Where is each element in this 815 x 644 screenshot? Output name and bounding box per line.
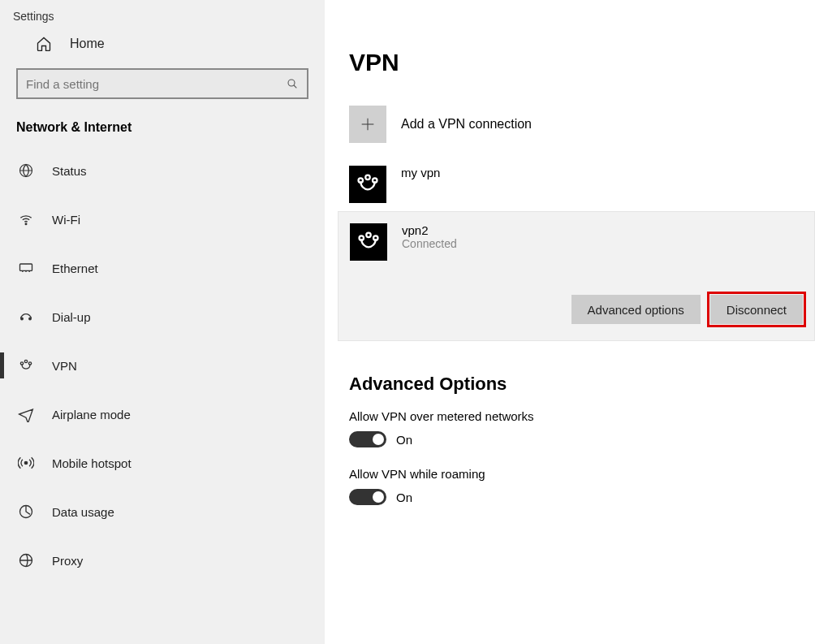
svg-point-20: [366, 233, 371, 238]
svg-point-8: [28, 362, 31, 365]
main-panel: VPN Add a VPN connection my vpn vpn2 Con…: [325, 0, 815, 644]
svg-line-1: [294, 85, 296, 88]
dialup-icon: [18, 309, 34, 325]
vpn-tile-icon: [349, 166, 386, 203]
svg-point-5: [21, 318, 24, 320]
wifi-icon: [18, 211, 34, 227]
toggle-metered[interactable]: [349, 431, 386, 447]
sidebar-item-wifi[interactable]: Wi-Fi: [0, 195, 325, 244]
toggle-state: On: [396, 433, 412, 447]
svg-rect-4: [20, 264, 32, 270]
option-label-metered: Allow VPN over metered networks: [349, 409, 815, 423]
toggle-state: On: [396, 491, 412, 504]
search-input[interactable]: [26, 77, 286, 91]
svg-point-3: [25, 223, 27, 225]
home-icon: [36, 36, 52, 52]
svg-point-19: [373, 236, 378, 240]
sidebar-item-status[interactable]: Status: [0, 146, 325, 195]
svg-point-16: [373, 178, 377, 183]
airplane-icon: [18, 406, 34, 422]
svg-point-18: [360, 236, 364, 240]
sidebar-item-proxy[interactable]: Proxy: [0, 536, 325, 585]
sidebar-item-ethernet[interactable]: Ethernet: [0, 244, 325, 292]
sidebar-item-label: Mobile hotspot: [52, 456, 132, 470]
vpn-connection-name: vpn2: [402, 223, 457, 237]
svg-point-9: [24, 360, 27, 362]
add-vpn-label: Add a VPN connection: [401, 117, 532, 132]
vpn-connection-item-selected[interactable]: vpn2 Connected Advanced options Disconne…: [338, 211, 815, 341]
sidebar-item-label: Data usage: [52, 505, 114, 519]
page-title: VPN: [349, 49, 815, 76]
svg-point-17: [365, 175, 370, 180]
search-icon: [286, 77, 299, 90]
proxy-icon: [18, 552, 34, 568]
add-vpn-connection[interactable]: Add a VPN connection: [349, 106, 815, 143]
advanced-options-title: Advanced Options: [349, 374, 815, 395]
sidebar-section-title: Network & Internet: [0, 115, 325, 146]
vpn-tile-icon: [350, 223, 387, 261]
toggle-roaming[interactable]: [349, 489, 386, 505]
vpn-connection-item[interactable]: my vpn: [349, 158, 815, 211]
vpn-connection-name: my vpn: [401, 166, 440, 179]
svg-point-10: [24, 461, 27, 464]
vpn-icon: [18, 357, 34, 374]
plus-icon: [349, 106, 386, 143]
hotspot-icon: [18, 455, 34, 471]
svg-point-7: [20, 362, 23, 365]
nav-home[interactable]: Home: [0, 28, 325, 62]
sidebar-item-hotspot[interactable]: Mobile hotspot: [0, 439, 325, 487]
sidebar-item-label: Status: [52, 164, 87, 178]
sidebar-item-data-usage[interactable]: Data usage: [0, 487, 325, 536]
sidebar-item-label: Airplane mode: [52, 408, 131, 421]
sidebar-item-label: Dial-up: [52, 310, 91, 324]
sidebar-item-vpn[interactable]: VPN: [0, 341, 325, 390]
sidebar-item-label: Ethernet: [52, 261, 98, 275]
disconnect-button[interactable]: Disconnect: [710, 295, 803, 324]
sidebar: Settings Home Network & Internet Status …: [0, 0, 325, 644]
sidebar-item-airplane[interactable]: Airplane mode: [0, 390, 325, 439]
svg-point-15: [359, 178, 364, 183]
advanced-options-button[interactable]: Advanced options: [571, 295, 701, 324]
window-title: Settings: [0, 10, 325, 28]
ethernet-icon: [18, 260, 34, 276]
option-label-roaming: Allow VPN while roaming: [349, 467, 815, 481]
vpn-connection-status: Connected: [402, 237, 457, 250]
nav-home-label: Home: [70, 37, 105, 51]
sidebar-item-label: VPN: [52, 359, 77, 373]
sidebar-item-label: Proxy: [52, 554, 83, 568]
svg-point-6: [29, 318, 32, 320]
sidebar-item-dialup[interactable]: Dial-up: [0, 292, 325, 341]
svg-point-0: [288, 80, 295, 86]
search-box[interactable]: [16, 68, 308, 99]
globe-icon: [18, 162, 34, 179]
data-usage-icon: [18, 504, 34, 520]
sidebar-item-label: Wi-Fi: [52, 213, 80, 227]
